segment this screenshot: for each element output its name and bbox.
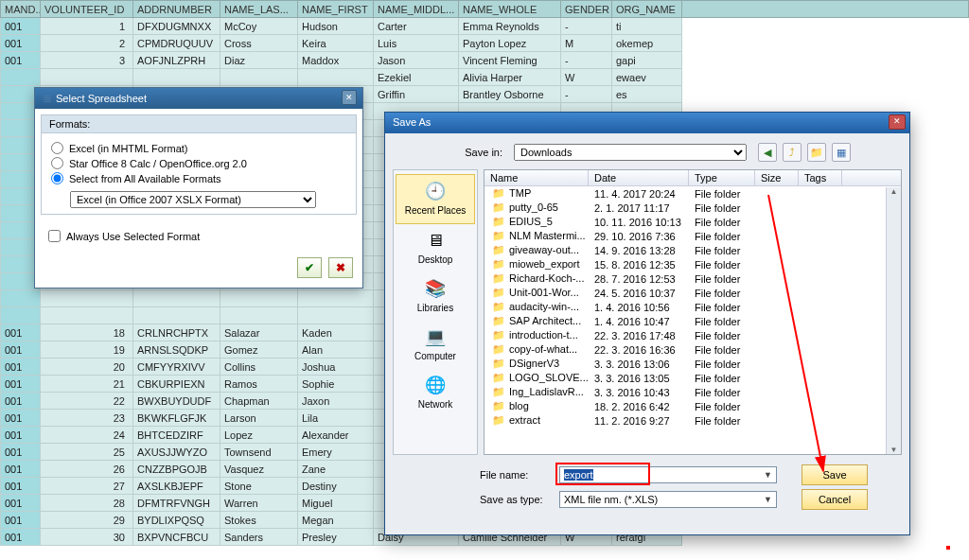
cancel-button[interactable]: ✖ xyxy=(328,257,353,278)
x-icon: ✖ xyxy=(336,261,345,274)
list-header[interactable]: Type xyxy=(689,170,755,185)
file-row[interactable]: Ing_LadislavR...3. 3. 2016 10:43File fol… xyxy=(484,385,901,399)
radio-star-label: Star Office 8 Calc / OpenOffice.org 2.0 xyxy=(69,158,247,169)
file-row[interactable]: Richard-Koch-...28. 7. 2016 12:53File fo… xyxy=(484,271,901,286)
radio-all-label: Select from All Available Formats xyxy=(69,173,221,184)
select-dialog-titlebar[interactable]: Select Spreadsheet ✕ xyxy=(35,88,362,109)
ok-button[interactable]: ✔ xyxy=(297,257,322,278)
places-bar: 🕘Recent Places🖥Desktop📚Libraries💻Compute… xyxy=(393,169,478,455)
file-row[interactable]: giveaway-out...14. 9. 2016 13:28File fol… xyxy=(484,243,901,257)
file-row[interactable]: putty_0-652. 1. 2017 11:17File folder xyxy=(484,201,901,215)
save-as-title: Save As xyxy=(393,116,431,128)
formats-label: Formats: xyxy=(42,115,356,133)
file-row[interactable]: NLM Mastermi...29. 10. 2016 7:36File fol… xyxy=(484,229,901,243)
desktop-icon: 🖥 xyxy=(420,228,450,253)
format-dropdown[interactable]: Excel (in Office 2007 XSLX Format) xyxy=(70,191,316,208)
save-as-type-dropdown[interactable]: XML file nm. (*.XLS)▼ xyxy=(559,491,777,508)
file-row[interactable]: SAP Architect...1. 4. 2016 10:47File fol… xyxy=(484,314,901,328)
close-icon[interactable]: ✕ xyxy=(889,114,906,130)
new-folder-icon[interactable]: 📁 xyxy=(807,143,826,162)
list-header[interactable]: Date xyxy=(589,170,689,185)
radio-mhtml-label: Excel (in MHTML Format) xyxy=(69,143,188,154)
file-list[interactable]: NameDateTypeSizeTags TMP11. 4. 2017 20:2… xyxy=(484,169,902,455)
radio-star[interactable] xyxy=(51,157,63,169)
select-spreadsheet-dialog: Select Spreadsheet ✕ Formats: Excel (in … xyxy=(34,87,363,289)
file-row[interactable]: extract11. 2. 2016 9:27File folder xyxy=(484,413,901,428)
column-header[interactable]: MAND... xyxy=(1,1,41,18)
file-row[interactable]: TMP11. 4. 2017 20:24File folder xyxy=(484,186,901,201)
file-row[interactable]: copy-of-what...22. 3. 2016 16:36File fol… xyxy=(484,342,901,357)
recent-places-icon: 🕘 xyxy=(420,179,450,203)
column-header[interactable]: ADDRNUMBER xyxy=(133,1,220,18)
place-libraries[interactable]: 📚Libraries xyxy=(396,272,475,321)
back-icon[interactable]: ◀ xyxy=(758,143,777,162)
place-desktop[interactable]: 🖥Desktop xyxy=(396,224,475,272)
list-header[interactable]: Size xyxy=(755,170,799,185)
column-header[interactable]: GENDER xyxy=(561,1,612,18)
cancel-button[interactable]: Cancel xyxy=(802,489,868,510)
column-header[interactable]: NAME_WHOLE xyxy=(459,1,561,18)
check-icon: ✔ xyxy=(305,261,314,274)
list-header[interactable]: Name xyxy=(484,170,589,185)
up-icon[interactable]: ⤴ xyxy=(783,143,802,162)
annotation-filename-box xyxy=(946,546,950,550)
libraries-icon: 📚 xyxy=(420,276,450,301)
file-row[interactable]: EDIUS_510. 11. 2016 10:13File folder xyxy=(484,215,901,229)
close-icon[interactable]: ✕ xyxy=(342,90,357,105)
save-as-titlebar[interactable]: Save As ✕ xyxy=(385,113,909,133)
column-header[interactable]: VOLUNTEER_ID xyxy=(41,1,133,18)
file-row[interactable]: audacity-win-...1. 4. 2016 10:56File fol… xyxy=(484,300,901,314)
always-use-format-checkbox[interactable] xyxy=(48,230,61,242)
dialog-icon xyxy=(43,92,56,105)
table-row[interactable]: 0011DFXDUGMNXXMcCoyHudsonCarterEmma Reyn… xyxy=(1,18,969,35)
column-header[interactable]: NAME_MIDDL... xyxy=(374,1,459,18)
column-header[interactable]: NAME_LAS... xyxy=(220,1,298,18)
table-row[interactable]: 0012CPMDRUQUUVCrossKeiraLuisPayton Lopez… xyxy=(1,35,969,52)
file-name-label: File name: xyxy=(480,469,559,481)
radio-all-formats[interactable] xyxy=(51,172,63,184)
column-header[interactable]: ORG_NAME xyxy=(612,1,682,18)
table-row[interactable]: 0013AOFJNLZPRHDiazMaddoxJasonVincent Fle… xyxy=(1,52,969,69)
file-name-input[interactable]: export▼ xyxy=(559,466,777,483)
always-use-label: Always Use Selected Format xyxy=(66,231,200,242)
network-icon: 🌐 xyxy=(420,373,450,397)
column-header[interactable]: NAME_FIRST xyxy=(298,1,374,18)
place-network[interactable]: 🌐Network xyxy=(396,369,475,417)
select-dialog-title: Select Spreadsheet xyxy=(56,93,147,104)
file-row[interactable]: introduction-t...22. 3. 2016 17:48File f… xyxy=(484,328,901,342)
place-recent-places[interactable]: 🕘Recent Places xyxy=(396,174,475,224)
save-in-dropdown[interactable]: Downloads xyxy=(514,144,747,161)
save-type-label: Save as type: xyxy=(480,494,559,505)
save-as-dialog: Save As ✕ Save in: Downloads ◀ ⤴ 📁 ▦ 🕘Re… xyxy=(384,112,910,535)
radio-mhtml[interactable] xyxy=(51,142,63,154)
file-row[interactable]: Unit-001-Wor...24. 5. 2016 10:37File fol… xyxy=(484,286,901,300)
computer-icon: 💻 xyxy=(420,324,450,349)
view-icon[interactable]: ▦ xyxy=(832,143,851,162)
file-row[interactable]: mioweb_export15. 8. 2016 12:35File folde… xyxy=(484,257,901,271)
place-computer[interactable]: 💻Computer xyxy=(396,321,475,369)
file-row[interactable]: DSignerV33. 3. 2016 13:06File folder xyxy=(484,357,901,371)
save-in-label: Save in: xyxy=(451,147,502,158)
file-row[interactable]: LOGO_SLOVE...3. 3. 2016 13:05File folder xyxy=(484,371,901,385)
table-row[interactable]: EzekielAlivia HarperWewaev xyxy=(1,69,969,86)
file-row[interactable]: blog18. 2. 2016 6:42File folder xyxy=(484,399,901,413)
save-button[interactable]: Save xyxy=(802,464,868,485)
list-header[interactable]: Tags xyxy=(799,170,842,185)
scrollbar[interactable]: ▲▼ xyxy=(886,187,901,454)
